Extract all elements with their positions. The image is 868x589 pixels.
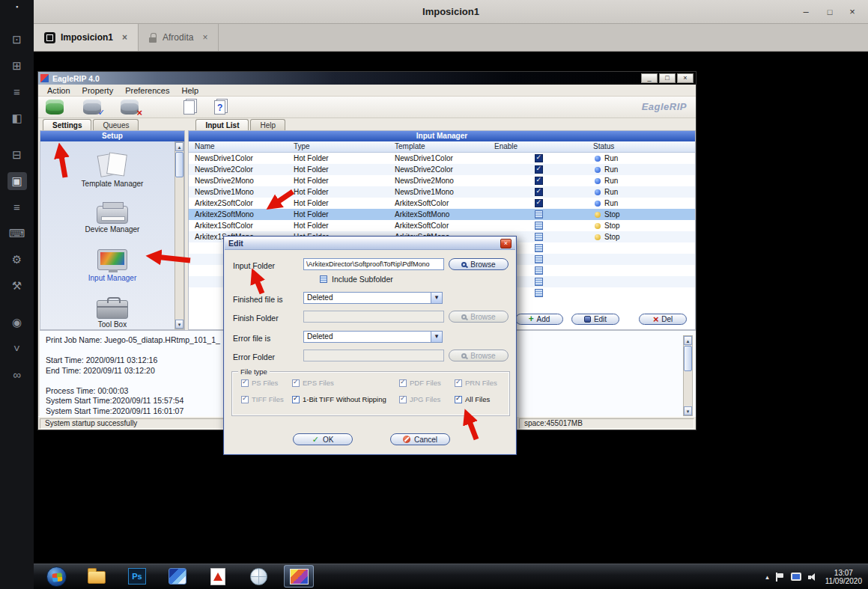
- split-window-icon[interactable]: ◧: [7, 109, 27, 127]
- input-row[interactable]: Arkitex2SoftMono Hot Folder ArkitexSoftM…: [189, 209, 695, 220]
- enable-queue-icon[interactable]: [83, 100, 101, 115]
- column-header-type[interactable]: Type: [294, 142, 310, 150]
- input-row[interactable]: NewsDrive2Mono Hot Folder NewsDrive2Mono…: [189, 175, 695, 186]
- enable-checkbox[interactable]: [535, 255, 543, 263]
- menu-item[interactable]: Help: [175, 86, 204, 95]
- menu-item[interactable]: Property: [76, 86, 120, 95]
- display-tray-icon[interactable]: [791, 573, 801, 581]
- setup-item-device-manager[interactable]: Device Manager: [64, 204, 161, 234]
- enable-checkbox[interactable]: [535, 222, 543, 230]
- enable-checkbox[interactable]: [535, 177, 543, 185]
- camera-icon[interactable]: ◉: [7, 314, 27, 332]
- app-mark-icon[interactable]: ▪: [7, 2, 27, 11]
- chevron-down-icon[interactable]: ˅: [7, 340, 27, 358]
- enable-checkbox[interactable]: [535, 188, 543, 196]
- edit-button[interactable]: Edit: [571, 314, 619, 325]
- enable-checkbox[interactable]: [535, 278, 543, 286]
- prn-files-checkbox[interactable]: PRN Files: [455, 379, 508, 387]
- pdf-reader-icon[interactable]: [203, 565, 233, 588]
- ok-button[interactable]: OK: [293, 433, 353, 445]
- viewer-titlebar[interactable]: Imposicion1 – □ ×: [34, 0, 868, 24]
- minimize-button[interactable]: –: [798, 6, 814, 17]
- scroll-down-icon[interactable]: [684, 406, 692, 415]
- tab-afrodita[interactable]: Afrodita ×: [139, 24, 219, 51]
- tab-close-icon[interactable]: ×: [202, 32, 207, 43]
- setup-item-input-manager[interactable]: Input Manager: [64, 249, 161, 282]
- edit-dialog-close-button[interactable]: ×: [500, 239, 512, 248]
- tiff-files-checkbox[interactable]: TIFF Files: [241, 395, 292, 403]
- add-button[interactable]: Add: [515, 314, 563, 325]
- enable-checkbox[interactable]: [535, 244, 543, 252]
- action-center-flag-icon[interactable]: [776, 573, 784, 582]
- tray-expand-icon[interactable]: [765, 573, 769, 581]
- input-row[interactable]: Arkitex2SoftColor Hot Folder ArkitexSoft…: [189, 198, 695, 209]
- column-header-name[interactable]: Name: [195, 142, 215, 150]
- enable-checkbox[interactable]: [535, 266, 543, 275]
- pdf-files-checkbox[interactable]: PDF Files: [399, 379, 455, 387]
- input-row[interactable]: NewsDrive2Color Hot Folder NewsDrive2Col…: [189, 164, 695, 175]
- column-header-template[interactable]: Template: [395, 142, 425, 150]
- job-info-scrollbar[interactable]: [683, 335, 693, 416]
- finished-file-select[interactable]: Deleted: [303, 292, 443, 304]
- column-header-enable[interactable]: Enable: [494, 142, 518, 150]
- scroll-up-icon[interactable]: [684, 336, 692, 345]
- include-subfolder-checkbox[interactable]: Include Subfolder: [320, 275, 393, 284]
- cancel-button[interactable]: Cancel: [390, 433, 450, 445]
- display-view-icon[interactable]: ▣: [7, 172, 27, 190]
- scroll-thumb[interactable]: [175, 152, 183, 177]
- edit-dialog-titlebar[interactable]: Edit ×: [225, 237, 515, 250]
- enable-checkbox[interactable]: [535, 289, 543, 297]
- enable-checkbox[interactable]: [535, 199, 543, 207]
- help-icon[interactable]: [214, 100, 225, 115]
- setup-item-template-manager[interactable]: Template Manager: [64, 153, 161, 188]
- clock[interactable]: 13:07 11/09/2020: [825, 569, 865, 585]
- menu-item[interactable]: Preferences: [119, 86, 175, 95]
- error-file-select[interactable]: Deleted: [303, 331, 443, 343]
- close-button[interactable]: ×: [844, 6, 861, 17]
- tab-queues[interactable]: Queues: [93, 119, 139, 130]
- setup-scrollbar[interactable]: [174, 141, 184, 329]
- ps-files-checkbox[interactable]: PS Files: [241, 379, 292, 387]
- volume-icon[interactable]: [808, 573, 819, 582]
- list-icon[interactable]: ≡: [7, 83, 27, 101]
- frame-icon[interactable]: ⊟: [7, 146, 27, 164]
- capture-region-icon[interactable]: ⊡: [7, 31, 27, 49]
- tab-input-list[interactable]: Input List: [195, 119, 249, 130]
- del-button[interactable]: Del: [639, 314, 687, 325]
- input-folder-field[interactable]: [303, 258, 444, 270]
- tab-close-icon[interactable]: ×: [122, 32, 127, 43]
- maximize-button[interactable]: □: [822, 7, 838, 16]
- scroll-up-icon[interactable]: [175, 142, 183, 151]
- eaglerip-minimize-button[interactable]: _: [641, 73, 658, 83]
- start-button[interactable]: [41, 565, 71, 588]
- one-bit-tiff-checkbox[interactable]: 1-Bit TIFF Without Ripping: [292, 395, 399, 403]
- fullscreen-icon[interactable]: ⊞: [7, 57, 27, 75]
- enable-checkbox[interactable]: [535, 233, 543, 241]
- enable-checkbox[interactable]: [535, 165, 543, 174]
- eaglerip-taskbar-icon[interactable]: [284, 565, 314, 588]
- tab-settings[interactable]: Settings: [43, 119, 91, 130]
- tab-help[interactable]: Help: [250, 119, 285, 130]
- all-files-checkbox[interactable]: All Files: [455, 395, 508, 403]
- input-row[interactable]: Arkitex1SoftColor Hot Folder ArkitexSoft…: [189, 220, 695, 231]
- menu-item[interactable]: Action: [41, 86, 76, 95]
- input-folder-browse-button[interactable]: Browse: [449, 258, 509, 270]
- link-icon[interactable]: ∞: [7, 366, 27, 384]
- explorer-icon[interactable]: [82, 565, 112, 588]
- eaglerip-close-button[interactable]: ×: [677, 73, 694, 83]
- keyboard-icon[interactable]: ⌨: [7, 225, 27, 242]
- scroll-thumb[interactable]: [684, 346, 692, 371]
- eaglerip-maximize-button[interactable]: □: [659, 73, 676, 83]
- settings-gear-icon[interactable]: ⚙: [7, 251, 27, 269]
- browser-icon[interactable]: [243, 565, 273, 588]
- tab-imposicion1[interactable]: Imposicion1 ×: [34, 24, 139, 51]
- menu-icon[interactable]: ≡: [7, 198, 27, 216]
- eaglerip-titlebar[interactable]: EagleRIP 4.0 _ □ ×: [38, 72, 696, 85]
- enable-checkbox[interactable]: [535, 210, 543, 219]
- column-header-status[interactable]: Status: [593, 142, 614, 150]
- hot-folder-database-icon[interactable]: [46, 100, 64, 115]
- copy-document-icon[interactable]: [183, 100, 195, 115]
- input-row[interactable]: NewsDrive1Mono Hot Folder NewsDrive1Mono…: [189, 186, 695, 198]
- delete-queue-icon[interactable]: [121, 100, 139, 115]
- input-row[interactable]: NewsDrive1Color Hot Folder NewsDrive1Col…: [189, 153, 695, 164]
